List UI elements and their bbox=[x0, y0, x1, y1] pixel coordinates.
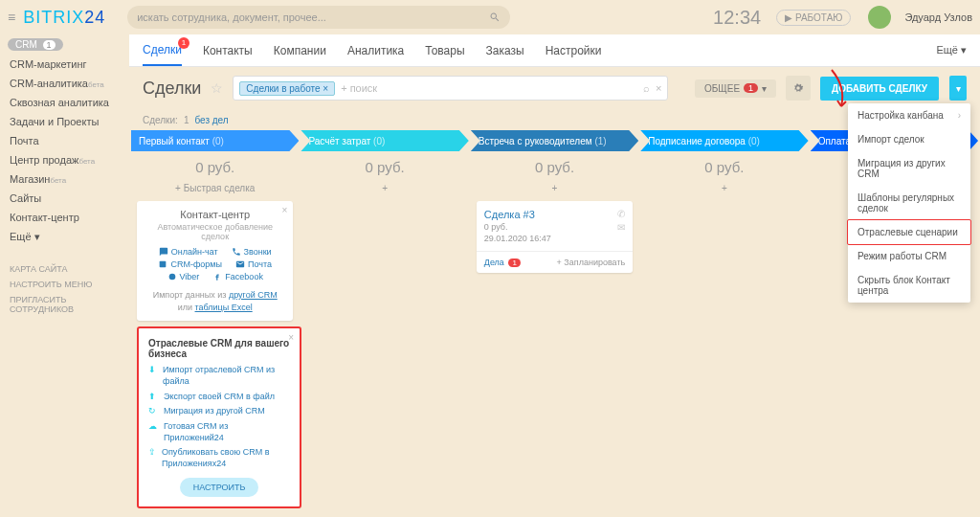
promo-card: × Отраслевые CRM для вашего бизнеса ⬇Имп… bbox=[137, 326, 301, 508]
promo-item[interactable]: ⇪Опубликовать свою CRM в Приложениях24 bbox=[148, 447, 290, 469]
column-header[interactable]: Встреча с руководителем (1) bbox=[471, 130, 638, 151]
dd-import[interactable]: Импорт сделок bbox=[848, 127, 970, 151]
sidebar-crm-badge[interactable]: CRM 1 bbox=[8, 38, 63, 51]
clear-icon[interactable]: × bbox=[656, 82, 661, 94]
column-header[interactable]: Первый контакт (0) bbox=[131, 130, 299, 151]
sidebar-sitemap[interactable]: КАРТА САЙТА bbox=[10, 264, 120, 274]
dd-industry-scenarios[interactable]: Отраслевые сценарии bbox=[847, 219, 971, 245]
search-icon bbox=[489, 11, 501, 23]
topbar: ≡ BITRIX24 искать сотрудника, документ, … bbox=[0, 0, 980, 34]
column-sum: 0 руб. bbox=[640, 151, 808, 179]
dd-migration[interactable]: Миграция из других CRM bbox=[848, 151, 970, 186]
kanban-column: Первый контакт (0) 0 руб. + Быстрая сдел… bbox=[131, 130, 299, 513]
contact-center-card: × Контакт-центр Автоматическое добавлени… bbox=[137, 201, 293, 321]
promo-item[interactable]: ⬇Импорт отраслевой CRM из файла bbox=[148, 365, 290, 387]
tabs: Сделки1 Контакты Компании Аналитика Това… bbox=[129, 34, 980, 67]
quick-add[interactable]: + bbox=[471, 179, 638, 197]
tab-orders[interactable]: Заказы bbox=[486, 36, 524, 65]
sidebar-item-end2end[interactable]: Сквозная аналитика bbox=[0, 93, 129, 112]
page-title: Сделки bbox=[143, 79, 201, 99]
work-status-button[interactable]: ▶ РАБОТАЮ bbox=[776, 10, 851, 26]
svg-rect-0 bbox=[160, 261, 167, 268]
tab-settings[interactable]: Настройки bbox=[546, 36, 602, 65]
promo-item[interactable]: ☁Готовая CRM из Приложений24 bbox=[148, 421, 290, 443]
sidebar-item-tasks[interactable]: Задачи и Проекты bbox=[0, 112, 129, 131]
sidebar-item-more[interactable]: Ещё ▾ bbox=[0, 227, 129, 247]
promo-configure-button[interactable]: НАСТРОИТЬ bbox=[180, 478, 259, 497]
sidebar-item-crm-marketing[interactable]: CRM-маркетинг bbox=[0, 55, 129, 74]
clock: 12:34 bbox=[713, 7, 761, 29]
phone-icon[interactable]: ✆ bbox=[617, 209, 625, 219]
sidebar-item-mail[interactable]: Почта bbox=[0, 131, 129, 150]
star-icon[interactable]: ☆ bbox=[211, 80, 223, 96]
logo[interactable]: BITRIX24 bbox=[23, 8, 105, 28]
column-header[interactable]: Подписание договора (0) bbox=[640, 130, 808, 151]
cc-fb[interactable]: Facebook bbox=[212, 272, 263, 281]
kanban-column: Встреча с руководителем (1) 0 руб. + Сде… bbox=[471, 130, 638, 513]
deal-tasks[interactable]: Дела 1 bbox=[484, 258, 521, 267]
import-excel-link[interactable]: таблицы Excel bbox=[195, 303, 253, 312]
tab-contacts[interactable]: Контакты bbox=[203, 36, 253, 65]
sidebar-invite[interactable]: ПРИГЛАСИТЬ СОТРУДНИКОВ bbox=[10, 295, 120, 314]
column-header[interactable]: Расчёт затрат (0) bbox=[301, 130, 468, 151]
cc-forms[interactable]: CRM-формы bbox=[158, 259, 222, 269]
dd-kanban-settings[interactable]: Настройка канбана› bbox=[848, 103, 970, 127]
quick-add[interactable]: + bbox=[640, 179, 808, 197]
column-sum: 0 руб. bbox=[301, 151, 468, 179]
no-tasks-link[interactable]: без дел bbox=[194, 115, 228, 125]
dd-crm-mode[interactable]: Режим работы CRM bbox=[848, 244, 970, 268]
settings-dropdown: Настройка канбана› Импорт сделок Миграци… bbox=[848, 103, 970, 303]
cc-calls[interactable]: Звонки bbox=[232, 247, 272, 257]
promo-item[interactable]: ⬆Экспорт своей CRM в файл bbox=[148, 392, 290, 403]
close-icon[interactable]: × bbox=[282, 205, 288, 215]
promo-item[interactable]: ↻Миграция из другой CRM bbox=[148, 406, 290, 417]
sidebar: CRM 1 CRM-маркетинг CRM-аналитикабета Ск… bbox=[0, 34, 129, 517]
mail-icon[interactable]: ✉ bbox=[617, 222, 625, 233]
filter-chip[interactable]: Сделки в работе × bbox=[239, 81, 335, 96]
tab-deals[interactable]: Сделки1 bbox=[143, 35, 182, 66]
quick-add[interactable]: + bbox=[301, 179, 468, 197]
cc-mail[interactable]: Почта bbox=[235, 259, 272, 269]
column-sum: 0 руб. bbox=[131, 151, 299, 179]
search-input[interactable]: искать сотрудника, документ, прочее... bbox=[127, 6, 510, 29]
import-crm-link[interactable]: другой CRM bbox=[229, 290, 278, 300]
sidebar-item-shop[interactable]: Магазинбета bbox=[0, 169, 129, 189]
username[interactable]: Эдуард Узлов bbox=[904, 11, 972, 23]
deal-plan[interactable]: + Запланировать bbox=[557, 258, 626, 267]
close-icon[interactable]: × bbox=[288, 332, 294, 343]
sidebar-item-crm-analytics[interactable]: CRM-аналитикабета bbox=[0, 74, 129, 93]
add-deal-more[interactable]: ▾ bbox=[949, 76, 967, 101]
filter-input[interactable]: Сделки в работе × + поиск ⌕× bbox=[233, 76, 668, 101]
avatar[interactable] bbox=[868, 6, 891, 29]
menu-icon[interactable]: ≡ bbox=[8, 10, 15, 25]
sidebar-item-sites[interactable]: Сайты bbox=[0, 189, 129, 208]
dd-hide-contact[interactable]: Скрыть блок Контакт центра bbox=[848, 268, 970, 303]
sidebar-item-sales[interactable]: Центр продажбета bbox=[0, 150, 129, 169]
quick-deal[interactable]: + Быстрая сделка bbox=[131, 179, 299, 197]
svg-point-1 bbox=[168, 274, 175, 281]
dd-templates[interactable]: Шаблоны регулярных сделок bbox=[848, 186, 970, 220]
kanban-column: Расчёт затрат (0) 0 руб. + bbox=[301, 130, 468, 513]
sidebar-item-contact[interactable]: Контакт-центр bbox=[0, 208, 129, 227]
cc-viber[interactable]: Viber bbox=[167, 272, 200, 281]
main: Сделки1 Контакты Компании Аналитика Това… bbox=[129, 34, 980, 517]
tabs-more[interactable]: Ещё ▾ bbox=[936, 44, 967, 56]
sidebar-configure[interactable]: НАСТРОИТЬ МЕНЮ bbox=[10, 280, 120, 289]
tab-companies[interactable]: Компании bbox=[274, 36, 326, 65]
search-icon[interactable]: ⌕ bbox=[643, 82, 650, 94]
kanban-column: Подписание договора (0) 0 руб. + bbox=[640, 130, 808, 513]
tab-analytics[interactable]: Аналитика bbox=[347, 36, 404, 65]
column-sum: 0 руб. bbox=[471, 151, 638, 179]
cc-chat[interactable]: Онлайн-чат bbox=[159, 247, 218, 257]
gear-button[interactable] bbox=[786, 76, 811, 101]
deal-card[interactable]: Сделка #3 0 руб. 29.01.2020 16:47 ✆✉ Дел… bbox=[477, 201, 633, 273]
deal-name[interactable]: Сделка #3 bbox=[484, 209, 625, 220]
tab-products[interactable]: Товары bbox=[425, 36, 464, 65]
view-selector[interactable]: ОБЩЕЕ1 ▾ bbox=[695, 79, 776, 98]
